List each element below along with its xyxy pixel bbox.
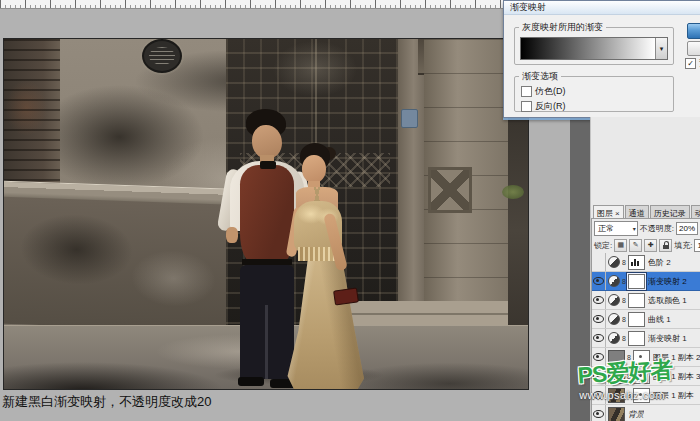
- visibility-toggle[interactable]: [592, 329, 606, 347]
- lock-all-icon[interactable]: [659, 239, 672, 252]
- layer-name[interactable]: 图层 1 副本 3: [653, 371, 700, 382]
- blend-mode-select[interactable]: 正常 ▾: [594, 221, 638, 236]
- opacity-value[interactable]: 20%: [676, 222, 698, 235]
- layer-mask-thumbnail[interactable]: [628, 331, 645, 346]
- adjustment-layer-icon: [608, 275, 620, 287]
- layer-name[interactable]: 选取颜色 1: [648, 295, 687, 306]
- eye-icon: [593, 315, 604, 323]
- lock-label: 锁定:: [594, 240, 612, 251]
- clutch-bag: [333, 287, 359, 305]
- layer-row[interactable]: 渐变映射 2: [592, 272, 700, 291]
- lock-icon: [663, 245, 669, 249]
- ok-button[interactable]: [687, 23, 700, 39]
- lower-wall: [4, 196, 246, 332]
- visibility-toggle[interactable]: [592, 348, 606, 366]
- horizontal-ruler[interactable]: [0, 0, 504, 9]
- layer-thumbnail[interactable]: [608, 369, 625, 384]
- layer-mask-thumbnail[interactable]: [633, 350, 650, 365]
- gradient-swatch[interactable]: [521, 38, 655, 59]
- layer-name[interactable]: 渐变映射 2: [648, 276, 687, 287]
- visibility-toggle[interactable]: [592, 386, 606, 404]
- mask-link-icon: [620, 278, 628, 285]
- mask-link-icon: [620, 316, 628, 323]
- blend-mode-value: 正常: [598, 223, 614, 234]
- photoshop-workspace: 新建黑白渐变映射，不透明度改成20 渐变映射 灰度映射所用的渐变 ▾ 渐变选项 …: [0, 0, 700, 421]
- layer-row[interactable]: 选取颜色 1: [592, 291, 700, 310]
- layer-mask-thumbnail[interactable]: [628, 274, 645, 289]
- eye-icon: [593, 296, 604, 304]
- lock-pixels-icon[interactable]: ✎: [629, 239, 642, 252]
- visibility-toggle[interactable]: [592, 405, 606, 421]
- layer-row[interactable]: 背景: [592, 405, 700, 421]
- address-plaque: [401, 109, 418, 128]
- gradient-map-dialog: 渐变映射 灰度映射所用的渐变 ▾ 渐变选项 仿色(D) 反向(R) ✓ 预: [503, 0, 700, 118]
- opacity-label: 不透明度:: [640, 223, 674, 234]
- reverse-checkbox[interactable]: 反向(R): [521, 100, 673, 113]
- adjustment-layer-icon: [608, 313, 620, 325]
- oval-plaque: [142, 39, 182, 73]
- groom-bowtie: [260, 161, 276, 169]
- gradient-group-label: 灰度映射所用的渐变: [519, 21, 606, 34]
- layer-row[interactable]: 曲线 1: [592, 310, 700, 329]
- cancel-button[interactable]: [687, 41, 700, 56]
- layer-name[interactable]: 色阶 2: [648, 257, 671, 268]
- fill-value[interactable]: 100%: [694, 239, 700, 252]
- close-icon[interactable]: ×: [615, 209, 620, 218]
- layer-mask-thumbnail[interactable]: [628, 312, 645, 327]
- checkbox-icon[interactable]: [521, 101, 532, 112]
- mask-link-icon: [620, 297, 628, 304]
- layer-name[interactable]: 背景: [628, 409, 644, 420]
- gradient-preview[interactable]: ▾: [520, 37, 668, 60]
- visibility-toggle[interactable]: [592, 291, 606, 309]
- visibility-toggle[interactable]: [592, 310, 606, 328]
- dock-divider: [570, 113, 590, 421]
- dither-label: 仿色(D): [535, 85, 566, 98]
- layer-thumbnail[interactable]: [608, 388, 625, 403]
- adjustment-layer-icon: [608, 256, 620, 268]
- gown-skirt: [286, 259, 364, 389]
- layer-row[interactable]: 色阶 2: [592, 253, 700, 272]
- visibility-toggle[interactable]: [592, 272, 606, 290]
- bride-figure: [284, 143, 380, 389]
- eye-icon: [593, 277, 604, 285]
- gradient-group: 灰度映射所用的渐变 ▾: [514, 21, 674, 65]
- visibility-toggle[interactable]: [592, 253, 606, 271]
- dialog-titlebar[interactable]: 渐变映射: [504, 1, 700, 15]
- lock-transparency-icon[interactable]: ▦: [614, 239, 627, 252]
- bride-face: [302, 155, 326, 183]
- checkbox-icon[interactable]: [521, 86, 532, 97]
- layer-mask-thumbnail[interactable]: [633, 388, 650, 403]
- foliage: [502, 185, 524, 199]
- eye-icon: [593, 353, 604, 361]
- chevron-down-icon: ▾: [633, 225, 636, 232]
- layer-thumbnail[interactable]: [608, 350, 625, 365]
- dither-checkbox[interactable]: 仿色(D): [521, 85, 673, 98]
- layer-name[interactable]: 渐变映射 1: [648, 333, 687, 344]
- adjustment-layer-icon: [608, 332, 620, 344]
- layer-row[interactable]: 图层 1 副本 3: [592, 367, 700, 386]
- eye-icon: [593, 391, 604, 399]
- layer-row[interactable]: 图层 1 副本: [592, 386, 700, 405]
- options-group-label: 渐变选项: [519, 70, 561, 83]
- preview-checkbox[interactable]: ✓ 预: [685, 57, 700, 70]
- mask-link-icon: [625, 354, 633, 361]
- layer-mask-thumbnail[interactable]: [633, 369, 650, 384]
- layer-name[interactable]: 图层 1 副本: [653, 390, 694, 401]
- layer-row[interactable]: 图层 1 副本 2: [592, 348, 700, 367]
- visibility-toggle[interactable]: [592, 367, 606, 385]
- eye-icon: [593, 334, 604, 342]
- mask-link-icon: [620, 335, 628, 342]
- eye-icon: [593, 410, 604, 418]
- layer-row[interactable]: 渐变映射 1: [592, 329, 700, 348]
- groom-face: [252, 125, 282, 159]
- layer-thumbnail[interactable]: [608, 407, 625, 421]
- gradient-dropdown-arrow-icon[interactable]: ▾: [655, 38, 667, 59]
- layer-name[interactable]: 图层 1 副本 2: [653, 352, 700, 363]
- layer-name[interactable]: 曲线 1: [648, 314, 671, 325]
- layer-mask-thumbnail[interactable]: [628, 293, 645, 308]
- photo-canvas[interactable]: [3, 38, 529, 390]
- lock-position-icon[interactable]: ✚: [644, 239, 657, 252]
- checkmark-icon[interactable]: ✓: [685, 58, 696, 69]
- layer-mask-thumbnail[interactable]: [628, 255, 645, 270]
- carved-x-panel: [428, 167, 472, 213]
